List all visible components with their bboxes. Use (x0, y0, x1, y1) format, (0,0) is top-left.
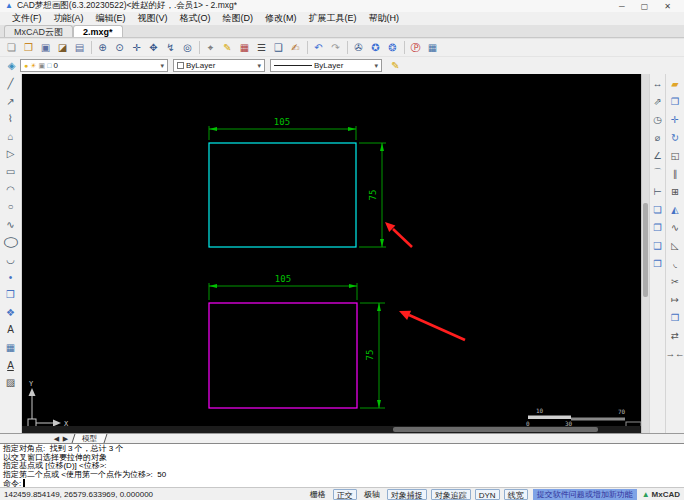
dim-linear-icon[interactable]: ↔ (651, 77, 665, 90)
drawing-canvas[interactable]: 105 75 105 (22, 74, 641, 426)
draw-text-icon[interactable]: A (4, 323, 18, 336)
extend-icon[interactable]: ↦ (668, 293, 682, 306)
color-palette-icon[interactable]: ▦ (237, 40, 252, 55)
draw-polygon-icon[interactable]: ⌂ (4, 130, 18, 143)
layer-properties-icon[interactable]: ❑ (271, 40, 286, 55)
maximize-button[interactable]: ▢ (641, 2, 649, 11)
fillet-icon[interactable]: ◟ (668, 257, 682, 270)
menu-ext-tools[interactable]: 扩展工具(E) (303, 12, 363, 25)
spline-edit-icon[interactable]: ∿ (668, 221, 682, 234)
pan-icon[interactable]: ✥ (146, 40, 161, 55)
dim-top-width[interactable] (209, 126, 356, 140)
chamfer-icon[interactable]: ◺ (668, 239, 682, 252)
dim-aligned-icon[interactable]: ⇗ (651, 95, 665, 108)
draw-ellipse-arc-icon[interactable]: ◡ (4, 253, 18, 266)
menu-view[interactable]: 视图(V) (132, 12, 174, 25)
menu-draw[interactable]: 绘图(D) (217, 12, 260, 25)
toggle-lineweight[interactable]: 线宽 (504, 489, 528, 500)
draworder-front-icon[interactable]: ❏ (651, 203, 665, 216)
dim-diameter-icon[interactable]: ⌀ (651, 131, 665, 144)
edit-page-icon[interactable]: ✍ (288, 40, 303, 55)
match-properties-icon[interactable]: ✎ (388, 58, 403, 73)
open-folder-icon[interactable]: ◪ (55, 40, 70, 55)
minimize-button[interactable]: ─ (619, 2, 625, 11)
layer-manager-icon[interactable]: ◈ (4, 58, 19, 73)
pdf-export-icon[interactable]: Ⓟ (408, 40, 423, 55)
menu-help[interactable]: 帮助(H) (363, 12, 406, 25)
insert-image-icon[interactable]: ▦ (4, 341, 18, 354)
command-prompt[interactable]: 命令: (3, 479, 681, 487)
draw-mtext-icon[interactable]: A (4, 359, 18, 372)
web-share-icon[interactable]: ❂ (385, 40, 400, 55)
rotate-icon[interactable]: ↻ (668, 131, 682, 144)
array-icon[interactable]: ⊞ (668, 185, 682, 198)
box-3d-icon[interactable]: ❒ (668, 311, 682, 324)
image-export-icon[interactable]: ▦ (425, 40, 440, 55)
draw-spline-icon[interactable]: ∿ (4, 218, 18, 231)
open-file-icon[interactable]: ❐ (21, 40, 36, 55)
save-icon[interactable]: ▣ (38, 40, 53, 55)
rectangle-bottom[interactable] (209, 303, 357, 408)
print-icon[interactable]: ✇ (351, 40, 366, 55)
offset-icon[interactable]: ∥ (668, 167, 682, 180)
text-list-icon[interactable]: ☰ (254, 40, 269, 55)
insert-block-icon[interactable]: ❖ (4, 306, 18, 319)
draw-ellipse-icon[interactable]: ◯ (1, 235, 20, 248)
save-as-icon[interactable]: ▤ (72, 40, 87, 55)
draw-hatch-icon[interactable]: ▨ (4, 376, 18, 389)
zoom-window-icon[interactable]: ⊙ (112, 40, 127, 55)
move-icon[interactable]: ✛ (668, 113, 682, 126)
dim-bottom-width[interactable] (209, 283, 357, 300)
new-file-icon[interactable]: ❏ (4, 40, 19, 55)
toggle-grid[interactable]: 栅格 (307, 489, 329, 500)
break-icon[interactable]: →← (668, 347, 682, 360)
menu-edit[interactable]: 编辑(E) (90, 12, 132, 25)
draw-sketch-icon[interactable]: ✎ (220, 40, 235, 55)
layer-dropdown[interactable]: ●☀▣□ 0 ▾ (20, 59, 168, 72)
dim-label-top-width[interactable]: 105 (274, 117, 290, 127)
copy-icon[interactable]: ❐ (668, 95, 682, 108)
draworder-back-icon[interactable]: ❐ (651, 221, 665, 234)
dim-label-top-height[interactable]: 75 (368, 190, 378, 201)
draw-line-icon[interactable]: ╱ (4, 77, 18, 90)
menu-modify[interactable]: 修改(M) (259, 12, 303, 25)
menu-file[interactable]: 文件(F) (6, 12, 48, 25)
pointer-arrow-bottom[interactable] (399, 311, 465, 340)
toggle-osnap[interactable]: 对象捕捉 (387, 489, 427, 500)
menu-format[interactable]: 格式(O) (174, 12, 217, 25)
trim-icon[interactable]: ✂ (668, 275, 682, 288)
draw-xline-icon[interactable]: ↗ (4, 95, 18, 108)
dim-angular-icon[interactable]: ∠ (651, 149, 665, 162)
draw-arc-icon[interactable]: ◠ (4, 183, 18, 196)
draw-wipeout-icon[interactable]: ▷ (4, 147, 18, 160)
draw-polyline-icon[interactable]: ⌇ (4, 112, 18, 125)
tab-drawing-2mxg[interactable]: 2.mxg* (73, 25, 123, 37)
dim-continue-icon[interactable]: ⊢ (651, 185, 665, 198)
draw-circle-icon[interactable]: ○ (4, 200, 18, 213)
dim-label-bottom-height[interactable]: 75 (365, 350, 375, 361)
toggle-dyn[interactable]: DYN (475, 489, 500, 500)
scale-icon[interactable]: ◱ (668, 149, 682, 162)
zoom-in-icon[interactable]: ⊕ (95, 40, 110, 55)
draw-block-icon[interactable]: ❒ (4, 288, 18, 301)
dim-arc-icon[interactable]: ⌒ (651, 167, 665, 180)
pointer-arrow-top[interactable] (385, 222, 412, 247)
tab-mxcad-cloud[interactable]: MxCAD云图 (4, 25, 73, 37)
command-window[interactable]: 指定对角点: 找到 3 个，总计 3 个以交叉窗口选择要拉伸的对象指定基点或 [… (0, 443, 684, 487)
redo-icon[interactable]: ↷ (328, 40, 343, 55)
zoom-previous-icon[interactable]: ◎ (180, 40, 195, 55)
web-publish-icon[interactable]: ✪ (368, 40, 383, 55)
draworder-below-icon[interactable]: ❒ (651, 257, 665, 270)
erase-icon[interactable]: ▰ (668, 77, 682, 90)
layout-prev-button[interactable]: ◀ (52, 435, 61, 443)
horizontal-scrollbar[interactable] (22, 426, 641, 433)
rectangle-top[interactable] (209, 143, 356, 247)
linetype-dropdown[interactable]: ByLayer ▾ (270, 59, 382, 72)
horizontal-scrollbar-thumb[interactable] (393, 427, 597, 432)
select-window-icon[interactable]: ⌖ (203, 40, 218, 55)
undo-icon[interactable]: ↶ (311, 40, 326, 55)
layout-next-button[interactable]: ▶ (61, 435, 70, 443)
draw-rectangle-icon[interactable]: ▭ (4, 165, 18, 178)
tab-model[interactable]: 模型 (72, 434, 108, 443)
zoom-extents-icon[interactable]: ✛ (129, 40, 144, 55)
